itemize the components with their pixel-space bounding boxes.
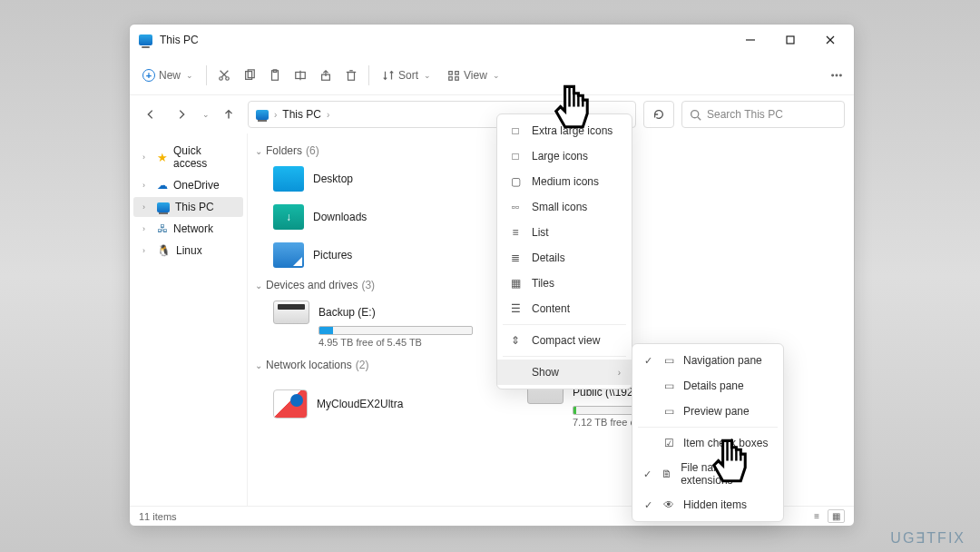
cut-button[interactable] bbox=[212, 64, 236, 87]
svg-rect-19 bbox=[456, 71, 459, 74]
menu-show[interactable]: Show› bbox=[497, 360, 632, 385]
menu-label: Content bbox=[532, 302, 570, 315]
submenu-item-check-boxes[interactable]: ☑Item check boxes bbox=[632, 430, 783, 456]
menu-label: Small icons bbox=[532, 201, 587, 213]
folder-label: Pictures bbox=[313, 249, 352, 261]
menu-label: Details bbox=[532, 251, 565, 264]
tiles-view-icon[interactable]: ▦ bbox=[828, 509, 845, 523]
rename-button[interactable] bbox=[289, 64, 312, 87]
close-button[interactable] bbox=[810, 26, 850, 54]
menu-small-icons[interactable]: ▫▫Small icons bbox=[497, 194, 632, 220]
sidebar-item-linux[interactable]: ›🐧 Linux bbox=[133, 241, 243, 261]
search-input[interactable]: Search This PC bbox=[681, 101, 845, 128]
menu-details[interactable]: ≣Details bbox=[497, 245, 632, 271]
details-view-icon[interactable]: ≡ bbox=[809, 509, 824, 523]
sidebar-item-quickaccess[interactable]: ›★ Quick access bbox=[133, 141, 243, 173]
menu-label: Preview pane bbox=[683, 405, 750, 418]
menu-large-icons[interactable]: □Large icons bbox=[497, 143, 632, 169]
chevron-right-icon: › bbox=[618, 368, 621, 378]
svg-rect-21 bbox=[456, 76, 459, 80]
menu-label: Navigation pane bbox=[683, 354, 762, 367]
sidebar-item-label: This PC bbox=[175, 201, 214, 213]
submenu-preview-pane[interactable]: ▭Preview pane bbox=[632, 399, 783, 424]
chevron-down-icon: ⌄ bbox=[255, 360, 262, 370]
watermark: UG∃TFIX bbox=[890, 529, 965, 547]
thispc-icon bbox=[139, 34, 152, 45]
sort-button[interactable]: Sort ⌄ bbox=[375, 65, 438, 85]
chevron-right-icon: › bbox=[274, 110, 277, 120]
group-name: Network locations bbox=[266, 359, 352, 371]
forward-button[interactable] bbox=[170, 103, 193, 126]
view-toggle[interactable]: ≡ ▦ bbox=[809, 509, 845, 523]
netloc-label: MyCloudEX2Ultra bbox=[317, 398, 403, 410]
sidebar: ›★ Quick access ›☁ OneDrive › This PC ›🖧… bbox=[130, 133, 248, 506]
more-button[interactable] bbox=[825, 64, 848, 87]
network-icon: 🖧 bbox=[157, 222, 168, 235]
svg-rect-1 bbox=[787, 36, 794, 44]
up-button[interactable] bbox=[217, 103, 240, 126]
group-name: Folders bbox=[266, 144, 302, 157]
sidebar-item-label: Network bbox=[173, 222, 213, 235]
menu-label: Extra large icons bbox=[532, 124, 612, 137]
svg-line-26 bbox=[698, 116, 701, 119]
menu-compact-view[interactable]: ⇕Compact view bbox=[497, 328, 632, 353]
menu-label: Large icons bbox=[532, 150, 588, 163]
svg-rect-15 bbox=[348, 72, 355, 80]
copy-button[interactable] bbox=[238, 64, 261, 87]
group-count: (2) bbox=[356, 359, 369, 371]
view-button[interactable]: View ⌄ bbox=[440, 65, 507, 85]
menu-label: Item check boxes bbox=[683, 437, 768, 449]
menu-label: List bbox=[532, 226, 549, 239]
sidebar-item-label: Quick access bbox=[173, 144, 238, 170]
menu-label: Tiles bbox=[532, 277, 554, 290]
titlebar: This PC bbox=[130, 25, 854, 55]
svg-point-25 bbox=[691, 110, 699, 117]
refresh-button[interactable] bbox=[643, 101, 674, 128]
menu-tiles[interactable]: ▦Tiles bbox=[497, 271, 632, 296]
paste-button[interactable] bbox=[263, 64, 287, 87]
netloc-icon bbox=[273, 389, 308, 419]
sidebar-item-network[interactable]: ›🖧 Network bbox=[133, 219, 243, 239]
history-dropdown[interactable]: ⌄ bbox=[202, 110, 210, 119]
submenu-file-extensions[interactable]: ✓🗎File name extensions bbox=[632, 456, 783, 492]
drive-backup[interactable]: Backup (E:) 4.95 TB free of 5.45 TB bbox=[255, 297, 509, 351]
svg-point-23 bbox=[836, 74, 838, 76]
submenu-navigation-pane[interactable]: ✓▭Navigation pane bbox=[632, 348, 783, 373]
menu-list[interactable]: ≡List bbox=[497, 220, 632, 245]
drive-icon bbox=[273, 301, 309, 324]
status-item-count: 11 items bbox=[139, 511, 177, 522]
sidebar-item-onedrive[interactable]: ›☁ OneDrive bbox=[133, 175, 243, 195]
address-row: ⌄ › This PC › Search This PC bbox=[130, 95, 854, 133]
view-menu: □Extra large icons □Large icons ▢Medium … bbox=[496, 113, 632, 389]
minimize-button[interactable] bbox=[730, 26, 770, 54]
netloc-mycloud[interactable]: MyCloudEX2Ultra bbox=[255, 377, 509, 431]
view-label: View bbox=[464, 69, 487, 82]
share-button[interactable] bbox=[314, 64, 338, 87]
svg-point-4 bbox=[220, 76, 223, 80]
folder-icon: ↓ bbox=[273, 204, 304, 230]
svg-point-24 bbox=[840, 74, 842, 76]
back-button[interactable] bbox=[139, 103, 162, 126]
menu-content[interactable]: ☰Content bbox=[497, 296, 632, 321]
folder-icon bbox=[273, 242, 304, 268]
sidebar-item-thispc[interactable]: › This PC bbox=[133, 197, 243, 217]
chevron-right-icon: › bbox=[327, 110, 329, 120]
linux-icon: 🐧 bbox=[157, 244, 171, 257]
folder-label: Downloads bbox=[313, 211, 367, 223]
maximize-button[interactable] bbox=[770, 26, 810, 54]
delete-button[interactable] bbox=[339, 64, 363, 87]
folder-label: Desktop bbox=[313, 172, 353, 185]
submenu-details-pane[interactable]: ▭Details pane bbox=[632, 373, 783, 399]
group-name: Devices and drives bbox=[266, 279, 358, 291]
show-submenu: ✓▭Navigation pane ▭Details pane ▭Preview… bbox=[632, 343, 784, 522]
submenu-hidden-items[interactable]: ✓👁Hidden items bbox=[632, 492, 783, 518]
menu-extra-large-icons[interactable]: □Extra large icons bbox=[497, 118, 632, 143]
folder-icon bbox=[273, 166, 304, 192]
breadcrumb[interactable]: This PC bbox=[282, 108, 321, 121]
menu-medium-icons[interactable]: ▢Medium icons bbox=[497, 169, 632, 194]
menu-label: File name extensions bbox=[681, 461, 774, 487]
group-count: (6) bbox=[306, 144, 319, 157]
new-button[interactable]: + New ⌄ bbox=[135, 65, 201, 85]
menu-label: Compact view bbox=[532, 334, 600, 347]
sidebar-item-label: Linux bbox=[176, 244, 202, 257]
